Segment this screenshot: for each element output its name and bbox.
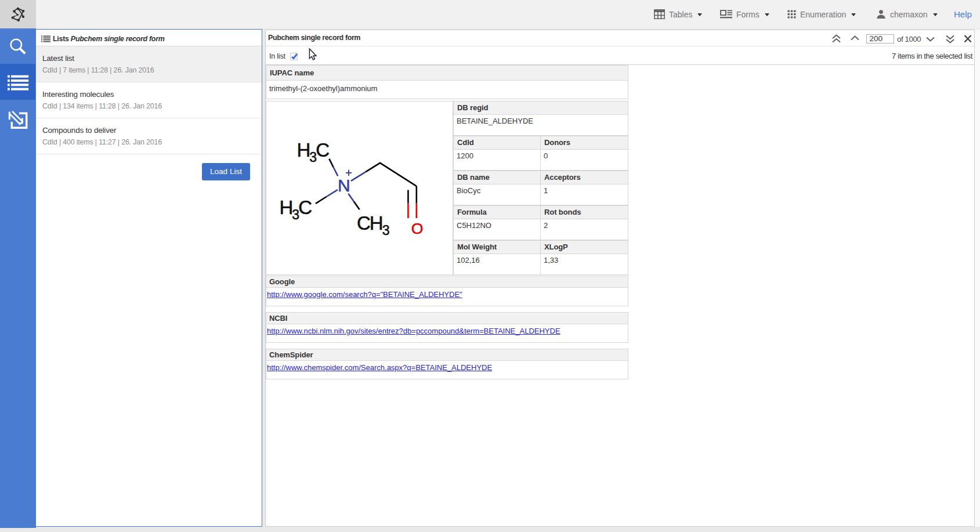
svg-text:CH3: CH3: [357, 212, 389, 237]
svg-text:H3C: H3C: [297, 139, 330, 164]
svg-text:N: N: [338, 176, 350, 195]
svg-text:O: O: [411, 220, 424, 237]
svg-text:H3C: H3C: [280, 196, 312, 222]
